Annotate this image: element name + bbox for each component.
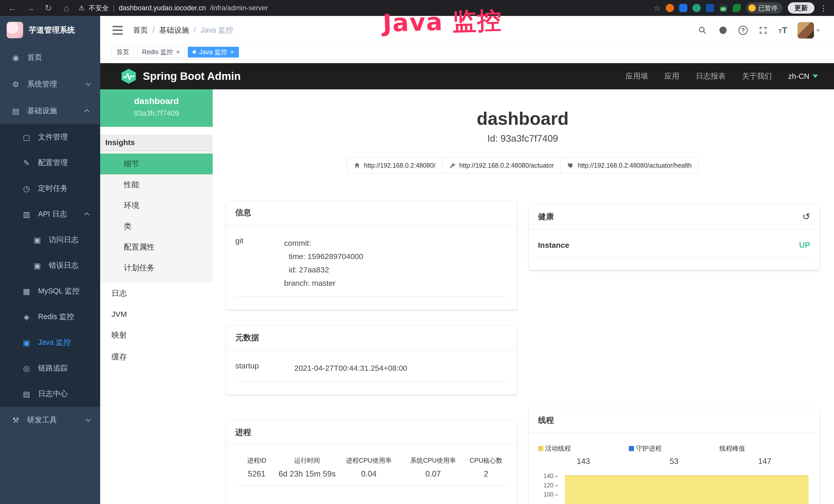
link-health[interactable]: http://192.168.0.2:48080/actuator/health bbox=[561, 157, 698, 173]
hamburger-icon[interactable] bbox=[112, 26, 123, 35]
sba-item-config-props[interactable]: 配置属性 bbox=[100, 237, 213, 257]
sidebar-item-config[interactable]: ✎ 配置管理 bbox=[0, 150, 100, 176]
extension-icon-grid[interactable] bbox=[706, 4, 714, 12]
metadata-row-startup: startup 2021-04-27T00:44:31.254+08:00 bbox=[235, 362, 507, 382]
card-title: 健康 bbox=[538, 211, 554, 222]
sidebar-item-devtools[interactable]: ⚒ 研发工具 bbox=[0, 407, 100, 433]
sidebar-logo-row: 芋道管理系统 bbox=[0, 16, 100, 44]
info-card-body: git commit: time: 1596289704000 id: 27aa… bbox=[226, 225, 517, 310]
tab-java[interactable]: Java 监控 × bbox=[188, 47, 239, 58]
sba-nav-wallboard[interactable]: 应用墙 bbox=[626, 71, 648, 82]
sidebar-item-redis[interactable]: ◈ Redis 监控 bbox=[0, 304, 100, 330]
instance-id: 93a3fc7f7409 bbox=[100, 109, 213, 118]
sidebar-item-access-log[interactable]: ▣ 访问日志 bbox=[0, 227, 100, 253]
cards-right-column: 健康 ↺ Instance UP bbox=[529, 201, 820, 504]
sba-nav-applications[interactable]: 应用 bbox=[664, 71, 679, 82]
sidebar-item-job[interactable]: ◷ 定时任务 bbox=[0, 176, 100, 201]
breadcrumb-infra[interactable]: 基础设施 bbox=[159, 25, 189, 36]
cards-left-column: 信息 git commit: time: 1596289704000 bbox=[226, 201, 517, 504]
locale-selector[interactable]: zh-CN bbox=[788, 72, 818, 81]
extension-icon-blue[interactable] bbox=[679, 4, 687, 12]
bookmark-star-icon[interactable]: ☆ bbox=[654, 4, 661, 13]
tab-label: Java 监控 bbox=[199, 48, 227, 56]
extension-icon-leaf[interactable] bbox=[732, 4, 741, 12]
font-size-icon[interactable]: TT bbox=[778, 25, 787, 35]
history-icon[interactable]: ↺ bbox=[803, 211, 810, 222]
sidebar-item-api-log[interactable]: ▥ API 日志 bbox=[0, 201, 100, 227]
sidebar-item-java[interactable]: ▣ Java 监控 bbox=[0, 330, 100, 356]
paused-badge[interactable]: 已暂停 bbox=[746, 2, 783, 14]
extension-icon-orange[interactable] bbox=[666, 4, 674, 12]
extension-icon-proxy[interactable]: on bbox=[719, 4, 727, 12]
extension-icon-green[interactable] bbox=[693, 4, 701, 12]
close-icon[interactable]: × bbox=[176, 49, 180, 55]
sba-item-jvm[interactable]: JVM bbox=[100, 304, 213, 324]
ytick-120: 120 bbox=[538, 482, 558, 488]
git-time-line: time: 1596289704000 bbox=[284, 250, 507, 263]
sidebar-item-system[interactable]: ⚙ 系统管理 bbox=[0, 71, 100, 97]
sba-nav-journal[interactable]: 日志报表 bbox=[696, 71, 726, 82]
chevron-down-icon bbox=[86, 417, 91, 422]
browser-menu-icon[interactable]: ⋮ bbox=[820, 4, 827, 13]
sba-item-classes[interactable]: 类 bbox=[100, 216, 213, 237]
health-row-instance: Instance UP bbox=[538, 240, 810, 257]
close-icon[interactable]: × bbox=[231, 49, 234, 55]
browser-home-icon[interactable]: ⌂ bbox=[61, 3, 72, 13]
help-icon[interactable]: ? bbox=[739, 26, 748, 35]
browser-back-icon[interactable]: ← bbox=[7, 3, 18, 13]
tools-icon: ⚒ bbox=[11, 416, 21, 425]
legend-daemon-threads: 守护进程 bbox=[629, 444, 720, 453]
tab-redis[interactable]: Redis 监控 × bbox=[137, 47, 185, 58]
link-label: http://192.168.0.2:48080/ bbox=[364, 162, 435, 169]
sba-item-environment[interactable]: 环境 bbox=[100, 195, 213, 216]
sba-item-logs[interactable]: 日志 bbox=[100, 282, 213, 304]
sidebar-item-file[interactable]: ▢ 文件管理 bbox=[0, 124, 100, 150]
legend-label-text: 线程峰值 bbox=[720, 444, 745, 453]
sidebar-item-home[interactable]: ◉ 首页 bbox=[0, 44, 100, 71]
home-icon bbox=[354, 162, 360, 169]
sidebar-item-infra[interactable]: ▤ 基础设施 bbox=[0, 97, 100, 124]
sba-navbar: Spring Boot Admin 应用墙 应用 日志报表 关于我们 zh-CN bbox=[100, 63, 834, 89]
info-row-git: git commit: time: 1596289704000 id: 27aa… bbox=[235, 236, 507, 297]
link-root[interactable]: http://192.168.0.2:48080/ bbox=[347, 157, 442, 173]
instance-links: http://192.168.0.2:48080/ http://192.168… bbox=[226, 157, 819, 173]
search-icon[interactable] bbox=[697, 25, 708, 36]
header-actions: ? TT ▾ bbox=[697, 22, 820, 39]
sba-nav-about[interactable]: 关于我们 bbox=[742, 71, 772, 82]
github-icon[interactable] bbox=[718, 25, 728, 36]
user-menu[interactable]: ▾ bbox=[797, 22, 820, 39]
breadcrumb-home[interactable]: 首页 bbox=[133, 25, 148, 36]
col-uptime: 运行时间 bbox=[278, 456, 336, 465]
sba-body: dashboard 93a3fc7f7409 Insights 细节 性能 环境… bbox=[100, 89, 834, 504]
sidebar-item-log-center[interactable]: ▤ 日志中心 bbox=[0, 381, 100, 407]
fullscreen-icon[interactable] bbox=[758, 25, 768, 36]
sba-item-caches[interactable]: 缓存 bbox=[100, 346, 213, 368]
process-card-header: 进程 bbox=[226, 420, 517, 445]
sba-item-scheduled-tasks[interactable]: 计划任务 bbox=[100, 257, 213, 278]
browser-update-button[interactable]: 更新 bbox=[788, 2, 814, 14]
link-actuator[interactable]: http://192.168.0.2:48080/actuator bbox=[442, 157, 561, 173]
app-title: 芋道管理系统 bbox=[29, 25, 75, 36]
metadata-card-body: startup 2021-04-27T00:44:31.254+08:00 bbox=[226, 350, 517, 395]
sba-item-details[interactable]: 细节 bbox=[100, 154, 213, 174]
sidebar-item-error-log[interactable]: ▣ 错误日志 bbox=[0, 253, 100, 278]
sba-item-mappings[interactable]: 映射 bbox=[100, 324, 213, 346]
val-system-cpu: 0.07 bbox=[401, 469, 464, 479]
legend-peak-threads: 线程峰值 bbox=[720, 444, 810, 453]
document-icon: ▣ bbox=[32, 261, 42, 270]
browser-reload-icon[interactable]: ↻ bbox=[43, 3, 54, 13]
health-card: 健康 ↺ Instance UP bbox=[529, 205, 820, 270]
sba-brand[interactable]: Spring Boot Admin bbox=[143, 70, 241, 83]
address-bar[interactable]: ⚠ 不安全 | dashboard.yudao.iocoder.cn/infra… bbox=[79, 4, 268, 13]
browser-forward-icon[interactable]: → bbox=[25, 3, 36, 13]
sba-item-performance[interactable]: 性能 bbox=[100, 174, 213, 195]
main-column: 首页 / 基础设施 / Java 监控 ? bbox=[100, 16, 834, 504]
sidebar-item-trace[interactable]: ◎ 链路追踪 bbox=[0, 356, 100, 381]
sidebar-item-mysql[interactable]: ▦ MySQL 监控 bbox=[0, 278, 100, 304]
tab-home[interactable]: 首页 bbox=[111, 47, 134, 58]
metadata-card: 元数据 startup 2021-04-27T00:44:31.254+08:0… bbox=[226, 325, 517, 395]
sidebar-item-label: 错误日志 bbox=[49, 260, 79, 271]
peak-threads-value: 147 bbox=[720, 457, 810, 466]
legend-label-text: 守护进程 bbox=[636, 444, 662, 453]
page-subtitle: Id: 93a3fc7f7409 bbox=[226, 133, 819, 144]
